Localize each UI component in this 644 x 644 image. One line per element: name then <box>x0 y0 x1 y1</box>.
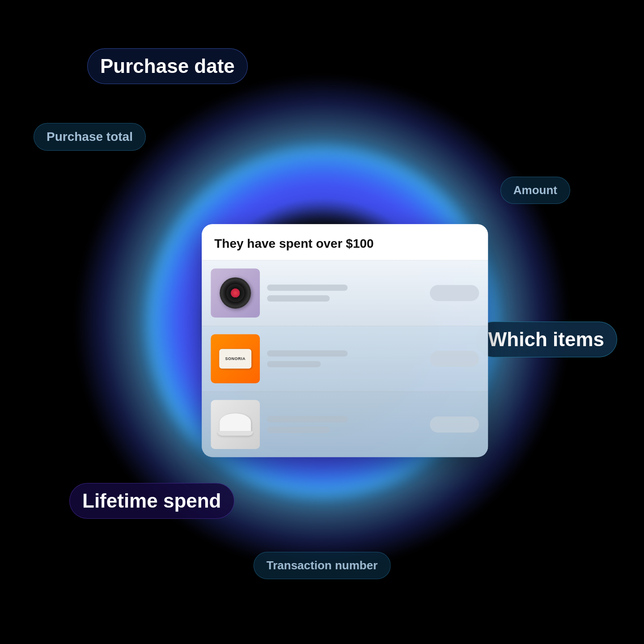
product-row: SONORIA <box>202 326 488 392</box>
purchase-date-label: Purchase date <box>87 48 248 84</box>
product-detail-bar <box>267 295 330 301</box>
product-row <box>202 392 488 457</box>
product-name-bar <box>267 416 347 422</box>
product-detail-bar <box>267 427 330 433</box>
cap-dome <box>220 413 251 431</box>
cassette-image-bg: SONORIA <box>211 334 260 383</box>
purchase-total-label: Purchase total <box>34 123 146 151</box>
product-image-vinyl <box>211 268 260 318</box>
product-price <box>430 285 479 301</box>
cap-icon <box>217 413 253 436</box>
vinyl-image-bg <box>211 268 260 318</box>
cassette-body-icon: SONORIA <box>219 349 251 369</box>
product-image-cassette: SONORIA <box>211 334 260 383</box>
card-title: They have spent over $100 <box>214 237 475 251</box>
product-info <box>267 350 423 367</box>
transaction-number-label: Transaction number <box>254 552 391 579</box>
cap-image-bg <box>211 400 260 449</box>
product-price <box>430 416 479 432</box>
product-name-bar <box>267 350 347 356</box>
which-items-label: Which items <box>475 322 617 357</box>
lifetime-spend-label: Lifetime spend <box>69 483 234 519</box>
vinyl-disc-icon <box>220 277 251 309</box>
product-price <box>430 351 479 367</box>
cap-brim <box>217 431 253 436</box>
product-detail-bar <box>267 361 321 367</box>
product-list: SONORIA <box>202 260 488 457</box>
amount-label: Amount <box>500 177 570 204</box>
product-info <box>267 416 423 433</box>
product-name-bar <box>267 284 347 291</box>
main-card: They have spent over $100 SONORIA <box>202 224 488 457</box>
product-info <box>267 284 423 301</box>
product-image-cap <box>211 400 260 449</box>
card-header: They have spent over $100 <box>202 224 488 260</box>
product-row <box>202 260 488 326</box>
